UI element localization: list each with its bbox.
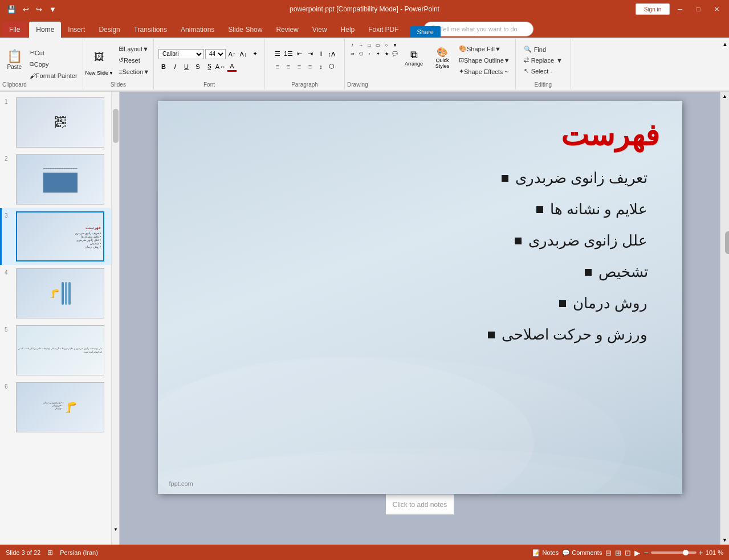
bullet-item-1[interactable]: تعریف زانوی ضربدری [203,169,648,187]
format-painter-button[interactable]: 🖌 Format Painter [28,71,79,81]
bullet-item-4[interactable]: تشخیص [203,263,648,281]
text-direction-button[interactable]: ↕A [327,49,337,59]
convert-smartart-button[interactable]: ⬡ [327,62,337,72]
slideshow-icon[interactable]: ▶ [634,549,640,557]
signin-button[interactable]: Sign in [636,3,670,15]
shape-line-button[interactable]: / [348,41,356,49]
shape-star4-button[interactable]: ✦ [374,50,382,58]
redo-button[interactable]: ↪ [34,4,44,15]
shape-chevron-button[interactable]: › [365,50,373,58]
arrange-button[interactable]: ⧉ Arrange [400,41,427,74]
shape-rect-button[interactable]: □ [365,41,373,49]
shape-rounded-button[interactable]: ▭ [374,41,382,49]
select-button[interactable]: ↖ Select - [522,66,565,76]
shadow-button[interactable]: S̲ [204,62,214,72]
bullets-button[interactable]: ☰ [272,49,283,59]
quick-styles-button[interactable]: 🎨 Quick Styles [429,41,456,74]
zoom-control[interactable]: − + 101 % [644,548,723,557]
tab-review[interactable]: Review [269,22,305,38]
tab-help[interactable]: Help [334,22,362,38]
tab-insert[interactable]: Insert [61,22,92,38]
italic-button[interactable]: I [170,62,180,72]
numbering-button[interactable]: 1☰ [283,49,294,59]
slide-thumb-5[interactable]: 5 متن توضیحات زانوی ضربدری و علایم مربوط… [0,322,119,379]
tab-view[interactable]: View [306,22,334,38]
tab-home[interactable]: Home [29,22,61,38]
zoom-in-icon[interactable]: + [699,548,703,557]
underline-button[interactable]: U [181,62,192,72]
scroll-down-button[interactable]: ▼ [722,536,727,545]
tab-foxitpdf[interactable]: Foxit PDF [361,22,405,38]
zoom-out-icon[interactable]: − [644,548,648,557]
font-size-select[interactable]: 44 [205,49,226,59]
scroll-up-button[interactable]: ▲ [722,92,727,101]
layout-button[interactable]: ⊞ Layout ▼ [117,44,151,54]
bold-button[interactable]: B [158,62,169,72]
font-family-select[interactable]: Calibri [158,49,204,59]
scroll-thumb[interactable] [725,231,730,254]
increase-font-button[interactable]: A↑ [227,49,237,59]
find-button[interactable]: 🔍 Find [522,44,565,54]
slide-thumb-6[interactable]: 6 • توضیح روش درمان• فیزیوتراپی• ورزش 🦵 [0,379,119,436]
vertical-scrollbar[interactable]: ▲ ▼ [720,92,729,545]
shape-arrow-button[interactable]: → [357,41,365,49]
tab-slideshow[interactable]: Slide Show [221,22,269,38]
slide-thumb-4[interactable]: 4 🦵 [0,265,119,322]
bullet-item-5[interactable]: روش درمان [203,295,648,312]
tab-animations[interactable]: Animations [174,22,221,38]
tab-file[interactable]: File [2,22,27,38]
restore-button[interactable]: □ [690,3,706,15]
zoom-slider[interactable] [651,551,697,554]
shape-pentagon-button[interactable]: ⬠ [357,50,365,58]
columns-button[interactable]: ⫴ [316,49,326,59]
slide-canvas[interactable]: فهرست تعریف زانوی ضربدری علایم و نشانه ه… [158,101,682,494]
decrease-indent-button[interactable]: ⇤ [294,49,304,59]
new-slide-button[interactable]: 🖼 [85,44,113,70]
align-center-button[interactable]: ≡ [283,62,294,72]
minimize-button[interactable]: ─ [672,3,688,15]
share-button[interactable]: Share [410,26,441,38]
scroll-down-arrow[interactable]: ▼ [112,525,120,533]
decrease-font-button[interactable]: A↓ [238,49,249,59]
shape-effects-button[interactable]: ✦ Shape Effects ~ [457,67,512,77]
notes-bar[interactable]: Click to add notes [386,494,454,514]
slide-thumb-2[interactable]: 2 ━━━━━━━━━━━━━━━ [0,151,119,208]
bullet-item-2[interactable]: علایم و نشانه ها [203,201,648,218]
panel-scrollbar[interactable]: ▼ [111,92,119,545]
char-spacing-button[interactable]: A↔ [215,62,226,72]
customize-button[interactable]: ▼ [47,4,59,15]
cut-button[interactable]: ✂ Cut [28,48,79,58]
tab-transitions[interactable]: Transitions [127,22,174,38]
slide-panel-toggle-icon[interactable]: ⊞ [47,549,53,557]
align-right-button[interactable]: ≡ [294,62,304,72]
shape-star5-button[interactable]: ★ [382,50,390,58]
copy-button[interactable]: ⧉ Copy [28,59,79,70]
bullet-item-3[interactable]: علل زانوی ضربدری [203,232,648,250]
comments-tab[interactable]: 💬 Comments [562,549,602,557]
normal-view-icon[interactable]: ⊟ [605,549,612,557]
shape-fill-button[interactable]: 🎨 Shape Fill ▼ [457,44,512,54]
replace-button[interactable]: ⇄ Replace ▼ [522,55,565,65]
section-button[interactable]: ≡ Section ▼ [117,67,151,77]
slide-thumb-3[interactable]: 3 فهرست • تعریف زانوی ضربدری • علایم و ن… [0,208,119,265]
reset-button[interactable]: ↺ Reset [117,55,151,66]
close-button[interactable]: ✕ [708,3,724,15]
paste-button[interactable]: 📋 Paste [4,42,25,79]
shape-callout-button[interactable]: 💬 [391,50,399,58]
save-button[interactable]: 💾 [5,4,18,15]
strikethrough-button[interactable]: S [193,62,203,72]
reading-view-icon[interactable]: ⊡ [625,549,631,557]
line-spacing-button[interactable]: ↕ [316,62,326,72]
justify-button[interactable]: ≡ [305,62,315,72]
undo-button[interactable]: ↩ [21,4,31,15]
slide-sorter-icon[interactable]: ⊞ [615,549,621,557]
notes-tab[interactable]: 📝 Notes [532,549,559,557]
shape-more-button[interactable]: ▼ [391,41,399,49]
new-slide-dropdown-icon[interactable]: ▼ [109,71,113,76]
collapse-ribbon-button[interactable]: ▲ [721,40,729,48]
shape-outline-button[interactable]: ⊡ Shape Outline ▼ [457,55,512,66]
slide-thumb-1[interactable]: 1 ﷽ [0,94,119,151]
bullet-item-6[interactable]: ورزش و حرکت اصلاحی [203,326,648,344]
shape-block-arrow-button[interactable]: ⇒ [348,50,356,58]
increase-indent-button[interactable]: ⇥ [305,49,315,59]
